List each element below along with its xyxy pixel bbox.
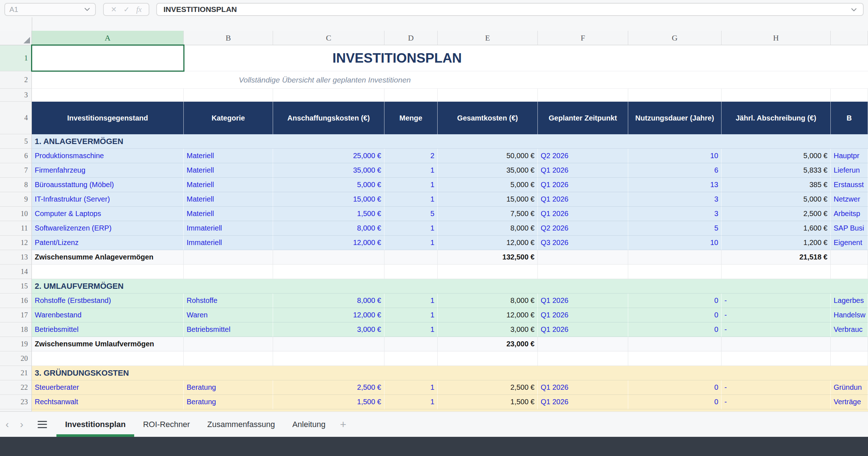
cell[interactable] [184, 250, 273, 265]
cell[interactable]: Zwischensumme Anlagevermögen [32, 250, 184, 265]
name-box-dropdown-icon[interactable] [84, 7, 91, 12]
cell[interactable]: 0 [628, 294, 722, 308]
column-header[interactable]: F [538, 31, 628, 45]
column-header[interactable]: B [184, 31, 273, 45]
cell[interactable]: Geplanter Zeitpunkt [538, 102, 628, 134]
cell[interactable]: 1,500 € [273, 207, 384, 221]
cell[interactable]: Warenbestand [32, 308, 184, 322]
cell[interactable]: Arbeitsp [831, 207, 868, 221]
cell[interactable]: 0 [628, 380, 722, 395]
cell[interactable]: Hauptpr [831, 149, 868, 163]
cell[interactable]: Zwischensumme Umlaufvermögen [32, 337, 184, 351]
cell[interactable]: Waren [184, 308, 273, 322]
cell[interactable] [538, 250, 628, 265]
cell[interactable]: Anschaffungskosten (€) [273, 102, 384, 134]
confirm-icon[interactable]: ✓ [123, 5, 129, 14]
cell[interactable] [831, 89, 868, 102]
cell[interactable] [184, 351, 273, 366]
cell[interactable]: Q1 2026 [538, 192, 628, 207]
cell[interactable]: 5 [384, 207, 438, 221]
row-header[interactable]: 8 [0, 178, 32, 192]
cell[interactable]: 13 [628, 178, 722, 192]
cell[interactable]: Nutzungsdauer (Jahre) [628, 102, 722, 134]
cell[interactable]: Computer & Laptops [32, 207, 184, 221]
row-header[interactable]: 17 [0, 308, 32, 322]
cell[interactable]: 1 [384, 395, 438, 409]
cell[interactable]: 8,000 € [273, 294, 384, 308]
cell[interactable] [184, 265, 273, 279]
cell[interactable] [538, 265, 628, 279]
cell[interactable]: Verbrauc [831, 322, 868, 337]
cell[interactable] [538, 337, 628, 351]
cell[interactable]: Q1 2026 [538, 178, 628, 192]
cell[interactable] [438, 265, 538, 279]
row-header[interactable]: 2 [0, 71, 32, 89]
cell[interactable]: Steuerberater [32, 380, 184, 395]
row-header[interactable]: 20 [0, 351, 32, 366]
cell[interactable]: Materiell [184, 163, 273, 178]
cell[interactable]: 5,000 € [438, 178, 538, 192]
tab-investitionsplan[interactable]: Investitionsplan [56, 412, 134, 437]
cell[interactable] [628, 351, 722, 366]
cell[interactable]: Produktionsmaschine [32, 149, 184, 163]
cell[interactable]: 12,000 € [273, 236, 384, 250]
cell[interactable]: 1 [384, 192, 438, 207]
cell[interactable]: Q1 2026 [538, 308, 628, 322]
cell[interactable] [273, 351, 384, 366]
cell[interactable]: Erstausst [831, 178, 868, 192]
cell[interactable]: 25,000 € [273, 149, 384, 163]
row-header[interactable]: 16 [0, 294, 32, 308]
cell[interactable] [273, 265, 384, 279]
cell[interactable]: Firmenfahrzeug [32, 163, 184, 178]
cell[interactable]: 6 [628, 163, 722, 178]
cell[interactable]: Materiell [184, 149, 273, 163]
row-header[interactable]: 15 [0, 279, 32, 294]
cell[interactable]: Immateriell [184, 236, 273, 250]
column-header[interactable]: D [384, 31, 438, 45]
cell[interactable]: 1 [384, 236, 438, 250]
cell[interactable]: Gründun [831, 380, 868, 395]
cell[interactable] [438, 89, 538, 102]
row-header[interactable]: 11 [0, 221, 32, 236]
cell[interactable]: Q1 2026 [538, 207, 628, 221]
cell[interactable]: Beratung [184, 395, 273, 409]
row-header[interactable]: 18 [0, 322, 32, 337]
name-box[interactable]: A1 [4, 3, 96, 16]
cell[interactable]: 132,500 € [438, 250, 538, 265]
cell[interactable]: Netzwer [831, 192, 868, 207]
cell[interactable] [831, 337, 868, 351]
column-header[interactable]: G [628, 31, 722, 45]
row-header[interactable]: 21 [0, 366, 32, 380]
cell[interactable]: Handelsw [831, 308, 868, 322]
cell[interactable]: - [722, 395, 831, 409]
row-header[interactable]: 19 [0, 337, 32, 351]
cell[interactable]: - [722, 380, 831, 395]
cell[interactable]: 10 [628, 149, 722, 163]
row-header[interactable]: 12 [0, 236, 32, 250]
cell[interactable]: Materiell [184, 192, 273, 207]
cell[interactable]: 1,500 € [438, 395, 538, 409]
cell[interactable]: 3 [628, 192, 722, 207]
cell[interactable] [628, 265, 722, 279]
cell[interactable]: - [722, 294, 831, 308]
cell[interactable] [384, 265, 438, 279]
cell[interactable]: 50,000 € [438, 149, 538, 163]
cell[interactable]: - [722, 322, 831, 337]
cell[interactable]: Gesamtkosten (€) [438, 102, 538, 134]
cell[interactable] [538, 89, 628, 102]
cell[interactable]: 0 [628, 395, 722, 409]
sheet-nav-left-icon[interactable]: ‹ [0, 412, 14, 437]
cell[interactable] [628, 250, 722, 265]
cell[interactable] [184, 89, 273, 102]
cell[interactable] [384, 89, 438, 102]
cell[interactable]: 15,000 € [438, 192, 538, 207]
cell[interactable] [722, 351, 831, 366]
cell[interactable]: 1 [384, 322, 438, 337]
cell[interactable]: Kategorie [184, 102, 273, 134]
cell[interactable]: 12,000 € [438, 236, 538, 250]
cell[interactable]: 5,000 € [273, 178, 384, 192]
cell[interactable]: 2,500 € [722, 207, 831, 221]
cell[interactable]: 8,000 € [438, 294, 538, 308]
cell[interactable]: 10 [628, 236, 722, 250]
cell[interactable]: Immateriell [184, 221, 273, 236]
